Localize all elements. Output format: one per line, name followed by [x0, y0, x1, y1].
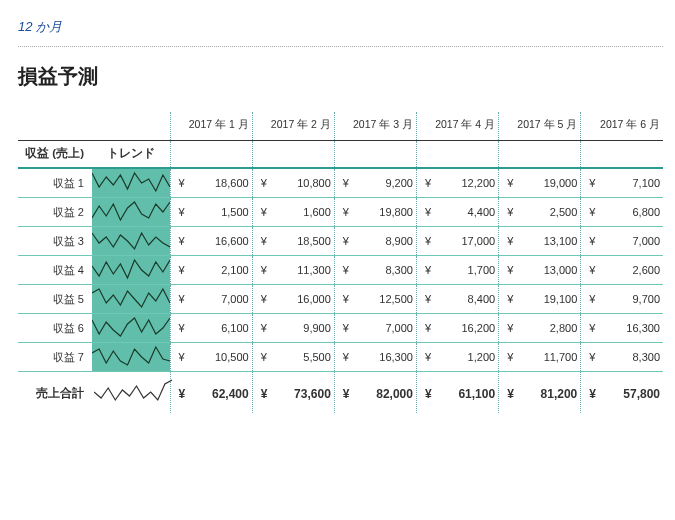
- cell-value: ¥5,500: [252, 343, 334, 372]
- cell-value: ¥13,100: [499, 227, 581, 256]
- cell-value: ¥18,500: [252, 227, 334, 256]
- row-label: 収益 2: [18, 198, 92, 227]
- cell-value: ¥57,800: [581, 372, 663, 414]
- cell-value: ¥9,900: [252, 314, 334, 343]
- sparkline-icon: [92, 256, 170, 285]
- cell-value: ¥8,300: [334, 256, 416, 285]
- cell-value: ¥9,700: [581, 285, 663, 314]
- cell-value: ¥18,600: [170, 168, 252, 198]
- row-label: 収益 6: [18, 314, 92, 343]
- sparkline-icon: [92, 343, 170, 372]
- cell-value: ¥16,600: [170, 227, 252, 256]
- cell-value: ¥11,700: [499, 343, 581, 372]
- sparkline-icon: [92, 372, 170, 414]
- cell-value: ¥62,400: [170, 372, 252, 414]
- total-row: 売上合計 ¥62,400¥73,600¥82,000¥61,100¥81,200…: [18, 372, 663, 414]
- sparkline-icon: [92, 168, 170, 198]
- cell-value: ¥17,000: [416, 227, 498, 256]
- cell-value: ¥1,500: [170, 198, 252, 227]
- cell-value: ¥6,800: [581, 198, 663, 227]
- page-title: 損益予測: [18, 63, 663, 90]
- cell-value: ¥7,000: [334, 314, 416, 343]
- cell-value: ¥82,000: [334, 372, 416, 414]
- table-row: 収益 1 ¥18,600¥10,800¥9,200¥12,200¥19,000¥…: [18, 168, 663, 198]
- cell-value: ¥10,800: [252, 168, 334, 198]
- table-row: 収益 7 ¥10,500¥5,500¥16,300¥1,200¥11,700¥8…: [18, 343, 663, 372]
- col-header: 2017 年 2 月: [252, 112, 334, 140]
- cell-value: ¥16,300: [581, 314, 663, 343]
- total-label: 売上合計: [18, 372, 92, 414]
- trend-header: トレンド: [92, 140, 170, 168]
- pl-table: 2017 年 1 月 2017 年 2 月 2017 年 3 月 2017 年 …: [18, 112, 663, 413]
- table-row: 収益 6 ¥6,100¥9,900¥7,000¥16,200¥2,800¥16,…: [18, 314, 663, 343]
- sparkline-icon: [92, 314, 170, 343]
- cell-value: ¥2,100: [170, 256, 252, 285]
- cell-value: ¥1,600: [252, 198, 334, 227]
- cell-value: ¥6,100: [170, 314, 252, 343]
- cell-value: ¥7,100: [581, 168, 663, 198]
- cell-value: ¥8,300: [581, 343, 663, 372]
- cell-value: ¥16,200: [416, 314, 498, 343]
- table-row: 収益 4 ¥2,100¥11,300¥8,300¥1,700¥13,000¥2,…: [18, 256, 663, 285]
- cell-value: ¥2,600: [581, 256, 663, 285]
- col-header: 2017 年 1 月: [170, 112, 252, 140]
- cell-value: ¥16,000: [252, 285, 334, 314]
- row-label: 収益 1: [18, 168, 92, 198]
- table-row: 収益 2 ¥1,500¥1,600¥19,800¥4,400¥2,500¥6,8…: [18, 198, 663, 227]
- cell-value: ¥19,100: [499, 285, 581, 314]
- period-subtitle: 12 か月: [18, 18, 663, 47]
- cell-value: ¥12,200: [416, 168, 498, 198]
- col-header: 2017 年 5 月: [499, 112, 581, 140]
- sparkline-icon: [92, 285, 170, 314]
- cell-value: ¥1,200: [416, 343, 498, 372]
- cell-value: ¥19,800: [334, 198, 416, 227]
- cell-value: ¥81,200: [499, 372, 581, 414]
- cell-value: ¥8,900: [334, 227, 416, 256]
- col-header: 2017 年 4 月: [416, 112, 498, 140]
- cell-value: ¥8,400: [416, 285, 498, 314]
- section-label: 収益 (売上): [18, 140, 92, 168]
- cell-value: ¥1,700: [416, 256, 498, 285]
- col-header: 2017 年 6 月: [581, 112, 663, 140]
- section-header: 収益 (売上) トレンド: [18, 140, 663, 168]
- sparkline-icon: [92, 198, 170, 227]
- sparkline-icon: [92, 227, 170, 256]
- row-label: 収益 3: [18, 227, 92, 256]
- cell-value: ¥7,000: [581, 227, 663, 256]
- table-row: 収益 3 ¥16,600¥18,500¥8,900¥17,000¥13,100¥…: [18, 227, 663, 256]
- cell-value: ¥73,600: [252, 372, 334, 414]
- cell-value: ¥10,500: [170, 343, 252, 372]
- cell-value: ¥11,300: [252, 256, 334, 285]
- cell-value: ¥16,300: [334, 343, 416, 372]
- row-label: 収益 7: [18, 343, 92, 372]
- cell-value: ¥4,400: [416, 198, 498, 227]
- cell-value: ¥2,500: [499, 198, 581, 227]
- header-row: 2017 年 1 月 2017 年 2 月 2017 年 3 月 2017 年 …: [18, 112, 663, 140]
- row-label: 収益 5: [18, 285, 92, 314]
- cell-value: ¥7,000: [170, 285, 252, 314]
- cell-value: ¥9,200: [334, 168, 416, 198]
- cell-value: ¥2,800: [499, 314, 581, 343]
- table-row: 収益 5 ¥7,000¥16,000¥12,500¥8,400¥19,100¥9…: [18, 285, 663, 314]
- cell-value: ¥12,500: [334, 285, 416, 314]
- cell-value: ¥61,100: [416, 372, 498, 414]
- cell-value: ¥13,000: [499, 256, 581, 285]
- row-label: 収益 4: [18, 256, 92, 285]
- col-header: 2017 年 3 月: [334, 112, 416, 140]
- cell-value: ¥19,000: [499, 168, 581, 198]
